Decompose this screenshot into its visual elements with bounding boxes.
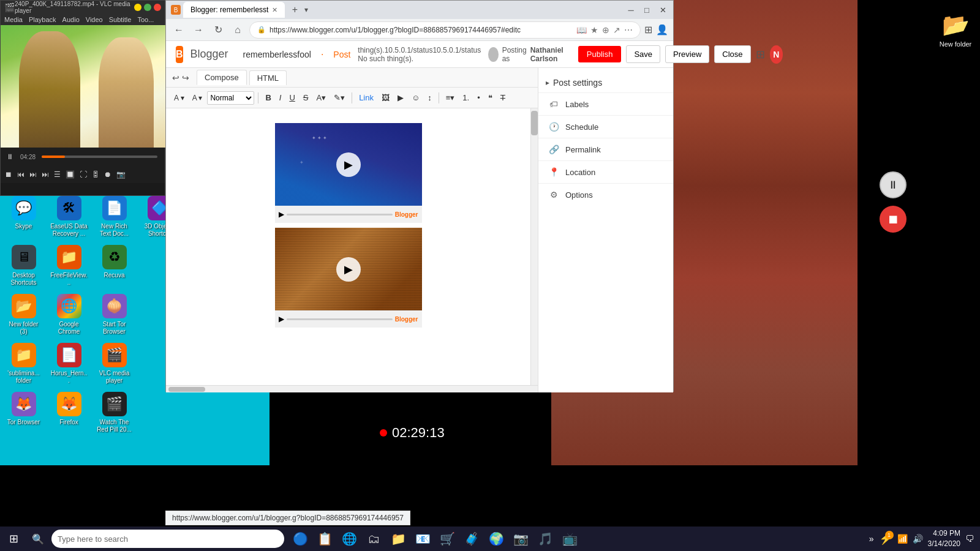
preview-button[interactable]: Preview <box>665 45 709 63</box>
taskbar-browser2[interactable]: 🌍 <box>485 527 507 551</box>
account-avatar[interactable]: N <box>770 45 783 64</box>
extensions-icon[interactable]: ⊞ <box>644 24 652 36</box>
vlc-menu-tools[interactable]: Too... <box>137 16 154 23</box>
video-play-btn-1[interactable]: ▶ <box>279 210 284 219</box>
font-size-btn[interactable]: A ▾ <box>189 92 206 103</box>
align-btn[interactable]: ≡▾ <box>443 92 458 103</box>
text-color-btn[interactable]: A▾ <box>313 92 329 103</box>
apps-grid-icon[interactable]: ⊞ <box>756 48 765 61</box>
vlc-frame-btn[interactable]: ⏭ <box>28 170 39 179</box>
taskbar-tasklist[interactable]: 📋 <box>314 527 336 551</box>
vlc-playlist-btn[interactable]: ☰ <box>52 170 62 179</box>
vlc-effects-btn[interactable]: 🎛 <box>90 170 101 179</box>
desktop-icon-freefileview[interactable]: 📁 FreeFileView... <box>49 242 89 289</box>
compose-tab[interactable]: Compose <box>197 70 247 85</box>
vlc-record-btn[interactable]: ⏺ <box>102 170 113 179</box>
browser-restore-btn[interactable]: □ <box>641 4 652 15</box>
video-progress-1[interactable] <box>287 214 393 216</box>
refresh-btn[interactable]: ↻ <box>210 22 226 38</box>
vlc-play-pause-btn[interactable]: ⏸ <box>4 152 15 162</box>
emoji-btn[interactable]: ☺ <box>409 92 423 103</box>
sync-icon[interactable]: ⊕ <box>602 25 609 35</box>
recording-stop-btn[interactable]: ⏹ <box>880 206 907 233</box>
taskbar-amazon[interactable]: 🛒 <box>436 527 458 551</box>
heading-select[interactable]: Normal Heading 1 Heading 2 <box>207 91 254 105</box>
desktop-icon-horus[interactable]: 📄 Horus_Hern... <box>49 340 89 387</box>
reader-mode-icon[interactable]: 📖 <box>576 25 587 35</box>
vlc-menu-subtitle[interactable]: Subtitle <box>109 16 132 23</box>
video-thumb-2[interactable]: ▶ <box>275 228 422 310</box>
video-play-btn-2[interactable]: ▶ <box>279 315 284 323</box>
desktop-icon-skype[interactable]: 💬 Skype <box>4 193 43 240</box>
desktop-icon-easeus[interactable]: 🛠 EaseUS Data Recovery ... <box>49 193 89 240</box>
vlc-next-btn[interactable]: ⏭ <box>40 170 51 179</box>
taskbar-folder[interactable]: 📁 <box>387 527 409 551</box>
ul-btn[interactable]: • <box>474 92 483 103</box>
video-btn[interactable]: ▶ <box>394 92 407 103</box>
forward-btn[interactable]: → <box>190 22 206 38</box>
settings-options[interactable]: ⚙ Options <box>538 183 673 206</box>
vlc-maximize-btn[interactable] <box>144 4 151 11</box>
taskbar-search-icon[interactable]: 🔍 <box>27 527 49 551</box>
strikethrough-btn[interactable]: S <box>300 92 312 103</box>
share-icon[interactable]: ↗ <box>613 25 620 35</box>
start-button[interactable]: ⊞ <box>0 527 27 551</box>
settings-schedule[interactable]: 🕐 Schedule <box>538 115 673 138</box>
more-icon[interactable]: ⋯ <box>624 25 633 35</box>
desktop-icon-recuva[interactable]: ♻ Recuva <box>94 242 134 289</box>
tab-chevron-icon[interactable]: ▾ <box>304 6 308 14</box>
taskbar-sound-icon[interactable]: 🔊 <box>913 534 923 544</box>
desktop-icon-tor[interactable]: 🦊 Tor Browser <box>4 389 43 436</box>
save-button[interactable]: Save <box>626 45 660 63</box>
vlc-ext-btn[interactable]: 🔲 <box>64 170 77 179</box>
jump-btn[interactable]: ↕ <box>424 92 435 103</box>
new-tab-btn[interactable]: + <box>287 2 302 17</box>
settings-permalink[interactable]: 🔗 Permalink <box>538 138 673 160</box>
taskbar-notification-center[interactable]: 🗨 <box>965 534 974 544</box>
vlc-menu-playback[interactable]: Playback <box>29 16 56 23</box>
tab-close-btn[interactable]: ✕ <box>272 6 277 14</box>
desktop-icon-vlc[interactable]: 🎬 VLC media player <box>94 340 134 387</box>
taskbar-edge[interactable]: 🌐 <box>338 527 360 551</box>
ol-btn[interactable]: 1. <box>459 92 472 103</box>
desktop-icon-sublimina[interactable]: 📁 'sublimina... folder <box>4 340 43 387</box>
desktop-icon-firefox[interactable]: 🦊 Firefox <box>49 389 89 436</box>
vlc-close-btn[interactable] <box>154 4 161 11</box>
highlight-btn[interactable]: ✎▾ <box>331 92 348 103</box>
desktop-icon-chrome[interactable]: 🌐 Google Chrome <box>49 291 89 338</box>
h-scrollbar[interactable] <box>166 385 538 392</box>
taskbar-explorer[interactable]: 🗂 <box>363 527 385 551</box>
taskbar-music[interactable]: 🎵 <box>534 527 556 551</box>
recording-pause-btn[interactable]: ⏸ <box>880 171 907 198</box>
vlc-menu-media[interactable]: Media <box>4 16 23 23</box>
bold-btn[interactable]: B <box>262 92 274 103</box>
browser-active-tab[interactable]: Blogger: rememberlesst ✕ <box>183 2 285 18</box>
editor-content[interactable]: ✦ ✦ ✦ ✦ ▶ ▶ Blogger <box>166 108 530 385</box>
desktop-icon-newfolder3[interactable]: 📂 New folder (3) <box>4 291 43 338</box>
vlc-snapshot-btn[interactable]: 📷 <box>115 170 127 179</box>
vlc-menu-audio[interactable]: Audio <box>62 16 80 23</box>
desktop-icon-newrich[interactable]: 📄 New Rich Text Doc... <box>94 193 134 240</box>
desktop-icon-starttor[interactable]: 🧅 Start Tor Browser <box>94 291 134 338</box>
back-btn[interactable]: ← <box>171 22 187 38</box>
video-progress-2[interactable] <box>287 318 393 320</box>
taskbar-notification[interactable]: ⚡ 1 <box>879 532 892 545</box>
redo-btn[interactable]: ↪ <box>182 73 189 83</box>
address-bar[interactable]: 🔒 https://www.blogger.com/u/1/blogger.g?… <box>249 21 641 39</box>
vlc-fullscreen-btn[interactable]: ⛶ <box>78 170 89 179</box>
bookmark-icon[interactable]: ★ <box>590 25 598 35</box>
taskbar-search[interactable]: Type here to search <box>51 530 284 548</box>
italic-btn[interactable]: I <box>276 92 285 103</box>
browser-close-btn[interactable]: ✕ <box>657 4 668 15</box>
new-folder-corner[interactable]: 📂 New folder <box>931 0 980 61</box>
close-button[interactable]: Close <box>714 45 750 63</box>
editor-scrollbar[interactable] <box>530 108 538 385</box>
clear-fmt-btn[interactable]: T̶ <box>497 92 508 103</box>
video-thumb-1[interactable]: ✦ ✦ ✦ ✦ ▶ <box>275 123 422 206</box>
settings-labels[interactable]: 🏷 Labels <box>538 92 673 115</box>
taskbar-mail[interactable]: 📧 <box>412 527 434 551</box>
taskbar-time-block[interactable]: 4:09 PM 3/14/2020 <box>928 528 960 549</box>
desktop-icon-redpill[interactable]: 🎬 Watch The Red Pill 20... <box>94 389 134 436</box>
play-btn-1[interactable]: ▶ <box>336 152 361 177</box>
undo-btn[interactable]: ↩ <box>172 73 179 83</box>
